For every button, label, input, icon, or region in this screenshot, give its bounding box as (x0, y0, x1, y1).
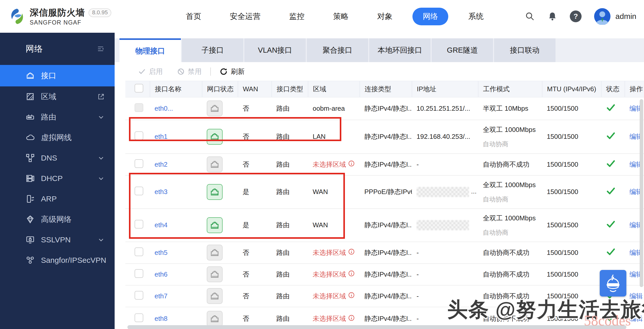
row-checkbox[interactable] (135, 313, 143, 322)
advanced-network-icon (26, 215, 35, 224)
sidebar-item-dns[interactable]: DNS (0, 148, 115, 168)
sidebar-item-接口[interactable]: 接口 (0, 65, 115, 86)
search-icon[interactable] (525, 11, 535, 21)
sidebar-item-dhcp[interactable]: DHCP (0, 168, 115, 189)
sidebar-item-sslvpn[interactable]: SSLVPN (0, 230, 115, 250)
nav-item-5[interactable]: 对象 (368, 8, 401, 25)
tab-6[interactable]: GRE隧道 (432, 38, 493, 62)
username-label[interactable]: admin (615, 12, 636, 21)
sidebar-item-arp[interactable]: ARP (0, 189, 115, 209)
interface-name-link[interactable]: eth4 (155, 221, 168, 229)
refresh-button[interactable]: 刷新 (220, 67, 245, 76)
info-icon[interactable] (348, 270, 355, 279)
topbar-right: ? admin (525, 0, 636, 33)
avatar[interactable] (594, 8, 611, 25)
dns-icon (26, 153, 35, 163)
table-row-eth7: eth7否路由未选择区域静态IPv4/静态I...-自动协商不成功1500/15… (125, 285, 644, 307)
info-icon[interactable] (348, 292, 355, 300)
row-checkbox[interactable] (135, 269, 143, 278)
interface-name-link[interactable]: eth8 (155, 315, 168, 322)
nav-item-2[interactable]: 安全运营 (221, 8, 269, 25)
tab-7[interactable]: 接口联动 (494, 38, 555, 62)
edit-link[interactable]: 编辑 (629, 292, 643, 300)
row-select-cell (125, 285, 150, 307)
bell-icon[interactable] (547, 11, 558, 21)
status-cell (601, 209, 625, 242)
support-widget-button[interactable] (600, 270, 626, 297)
info-icon[interactable] (348, 314, 355, 323)
port-connected-icon (207, 184, 223, 200)
port-disconnected-icon (207, 266, 223, 282)
enable-button[interactable]: 启用 (138, 67, 163, 76)
interface-name-cell: eth3 (150, 175, 202, 209)
sidebar-item-sangfor-ipsecvpn[interactable]: Sangfor/IPSecVPN (0, 250, 115, 270)
row-checkbox[interactable] (135, 131, 143, 140)
mtu-cell: 1500/1500 (542, 120, 601, 154)
nav-item-1[interactable]: 首页 (177, 8, 210, 25)
interface-name-link[interactable]: eth2 (155, 161, 168, 168)
interface-name-link[interactable]: eth5 (155, 249, 168, 256)
nav-item-6[interactable]: 网络 (412, 8, 448, 25)
nav-item-3[interactable]: 监控 (280, 8, 313, 25)
column-header-4: WAN (238, 81, 272, 97)
sidebar-title: 网络 (26, 43, 43, 55)
horizontal-scrollbar[interactable] (127, 325, 626, 329)
row-checkbox[interactable] (135, 291, 143, 300)
nav-item-4[interactable]: 策略 (324, 8, 357, 25)
row-checkbox[interactable] (135, 220, 143, 229)
info-icon[interactable] (348, 160, 355, 169)
edit-link[interactable]: 编辑 (629, 315, 643, 322)
row-checkbox[interactable] (135, 187, 143, 195)
port-status-cell (202, 264, 238, 285)
help-icon[interactable]: ? (570, 10, 582, 22)
collapse-menu-icon[interactable] (97, 45, 104, 53)
interface-tabs: 物理接口子接口VLAN接口聚合接口本地环回接口GRE隧道接口联动 (115, 38, 644, 62)
chevron-down-icon (97, 154, 105, 162)
version-badge: 8.0.95 (89, 8, 111, 17)
work-mode-cell: 自动协商不成功 (478, 154, 542, 175)
ip-address-cell: - (412, 264, 478, 285)
interface-name-link[interactable]: eth7 (155, 292, 168, 300)
row-checkbox[interactable] (135, 159, 143, 168)
zone-cell: 未选择区域 (308, 264, 360, 285)
tab-5[interactable]: 本地环回接口 (369, 38, 431, 62)
header-select-all[interactable] (125, 81, 150, 97)
work-mode-cell: 自动协商不成功 (478, 264, 542, 285)
table-row-eth4: eth4是路由WAN静态IPv4/静态I...全双工 1000Mbps自动协商1… (125, 209, 644, 242)
ip-address-cell: - (412, 154, 478, 175)
tab-3[interactable]: VLAN接口 (244, 38, 306, 62)
nav-item-7[interactable]: 系统 (460, 8, 492, 25)
interface-name-link[interactable]: eth6 (155, 270, 168, 278)
disable-button[interactable]: 禁用 (177, 67, 202, 76)
status-ok-icon (606, 316, 616, 324)
select-all-checkbox[interactable] (135, 84, 143, 93)
interface-name-cell: eth0... (150, 97, 202, 120)
row-checkbox[interactable] (135, 103, 143, 112)
zone-cell: 未选择区域 (308, 154, 360, 175)
interface-name-link[interactable]: eth3 (155, 188, 168, 196)
sidebar-item-路由[interactable]: 路由 (0, 107, 115, 127)
sidebar-item-高级网络[interactable]: 高级网络 (0, 209, 115, 230)
port-disconnected-icon (207, 288, 223, 304)
sidebar-item-区域[interactable]: 区域 (0, 86, 115, 107)
vertical-scrollbar[interactable] (640, 99, 643, 287)
column-header-12: 操作 (625, 81, 644, 97)
tab-4[interactable]: 聚合接口 (307, 38, 368, 62)
tab-1[interactable]: 物理接口 (119, 38, 181, 62)
mtu-cell: 1500/1500 (542, 285, 601, 307)
connection-type-cell: 静态IPv4/静态I... (360, 154, 412, 175)
port-disconnected-icon (207, 311, 223, 327)
interface-name-link[interactable]: eth0... (155, 105, 173, 112)
work-mode-cell: 全双工 1000Mbps自动协商 (478, 120, 542, 154)
wan-cell: 是 (238, 209, 272, 242)
virtual-wire-icon (26, 133, 35, 142)
ip-address-cell: - (412, 285, 478, 307)
info-icon[interactable] (348, 248, 355, 257)
status-ok-icon (606, 162, 616, 170)
sidebar-item-虚拟网线[interactable]: 虚拟网线 (0, 127, 115, 148)
interface-name-link[interactable]: eth1 (155, 133, 168, 140)
table-toolbar: 启用 禁用 刷新 (115, 62, 644, 81)
tab-2[interactable]: 子接口 (182, 38, 243, 62)
row-checkbox[interactable] (135, 247, 143, 256)
row-select-cell (125, 154, 150, 175)
